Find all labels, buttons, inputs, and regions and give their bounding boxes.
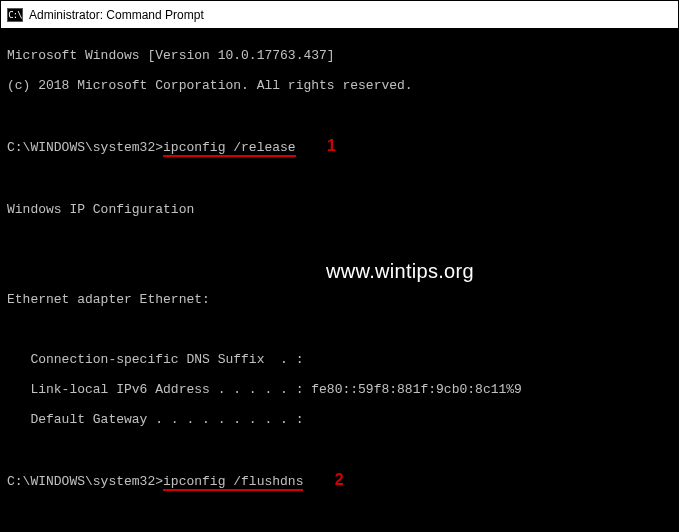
- ipv6-line: Link-local IPv6 Address . . . . . : fe80…: [7, 382, 672, 397]
- prompt-text: C:\WINDOWS\system32>: [7, 140, 163, 155]
- blank-line: [7, 108, 672, 123]
- blank-line: [7, 232, 672, 247]
- gateway-line: Default Gateway . . . . . . . . . :: [7, 412, 672, 427]
- window-title: Administrator: Command Prompt: [29, 8, 204, 22]
- blank-line: [7, 442, 672, 457]
- blank-line: [7, 322, 672, 337]
- dns-suffix-line: Connection-specific DNS Suffix . :: [7, 352, 672, 367]
- annotation-2: 2: [335, 471, 344, 488]
- version-line: Microsoft Windows [Version 10.0.17763.43…: [7, 48, 672, 63]
- blank-line: [7, 506, 672, 521]
- prompt-text: C:\WINDOWS\system32>: [7, 474, 163, 489]
- command-line-1: C:\WINDOWS\system32>ipconfig /release 1: [7, 138, 672, 157]
- cmd-icon: C:\: [7, 8, 23, 22]
- ip-config-header: Windows IP Configuration: [7, 202, 672, 217]
- titlebar[interactable]: C:\ Administrator: Command Prompt: [1, 1, 678, 29]
- command-1: ipconfig /release: [163, 140, 296, 157]
- copyright-line: (c) 2018 Microsoft Corporation. All righ…: [7, 78, 672, 93]
- blank-line: [7, 172, 672, 187]
- terminal-output[interactable]: Microsoft Windows [Version 10.0.17763.43…: [1, 29, 678, 531]
- ethernet-header: Ethernet adapter Ethernet:: [7, 292, 672, 307]
- command-line-2: C:\WINDOWS\system32>ipconfig /flushdns 2: [7, 472, 672, 491]
- annotation-1: 1: [327, 137, 336, 154]
- watermark-text: www.wintips.org: [326, 264, 474, 279]
- command-2: ipconfig /flushdns: [163, 474, 303, 491]
